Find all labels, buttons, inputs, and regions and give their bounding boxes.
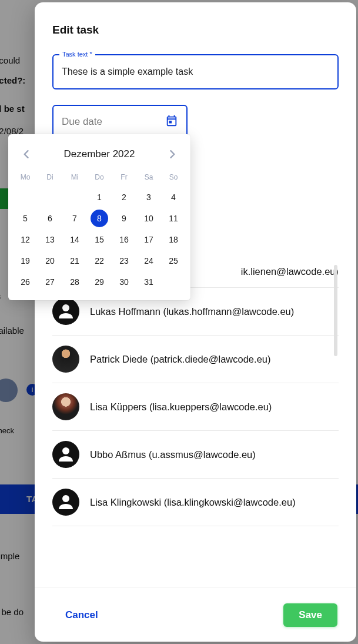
day-cell[interactable]: 17 [140,231,158,248]
day-cell[interactable]: 6 [41,210,59,227]
assignee-row[interactable]: Lisa Küppers (lisa.kueppers@lawcode.eu) [52,383,339,431]
day-empty [66,188,83,206]
due-date-placeholder: Due date [62,116,102,128]
task-text-input[interactable] [62,55,329,88]
day-empty [16,188,34,206]
modal-body: Task text * Due date ik.lienen@lawcode.e… [35,36,356,587]
modal-footer: Cancel Save [35,587,356,642]
day-cell[interactable]: 28 [66,273,83,291]
date-picker-grid: MoDiMiDoFrSaSo12345678910111213141516171… [13,170,186,291]
weekday-label: Fr [112,170,136,185]
next-month-button[interactable] [165,146,181,162]
avatar [52,346,79,373]
assignee-list: ik.lienen@lawcode.eu) Lukas Hoffmann (lu… [52,266,339,587]
avatar [52,393,79,420]
modal-title: Edit task [52,24,339,36]
day-cell[interactable]: 27 [41,273,59,291]
assignee-label: Lisa Küppers (lisa.kueppers@lawcode.eu) [90,401,272,413]
save-button[interactable]: Save [283,603,337,627]
day-cell[interactable]: 2 [115,188,133,206]
day-cell[interactable]: 26 [16,273,34,291]
day-cell[interactable]: 3 [140,188,158,206]
day-cell[interactable]: 21 [66,252,83,270]
task-text-label: Task text * [59,51,95,58]
day-cell[interactable]: 10 [140,210,158,227]
day-empty [41,188,59,206]
modal-header: Edit task [35,2,356,36]
assignee-label: Patrick Diede (patrick.diede@lawcode.eu) [90,354,270,365]
weekday-label: Do [87,170,112,185]
day-cell[interactable]: 20 [41,252,59,270]
day-cell[interactable]: 11 [165,210,182,227]
day-cell[interactable]: 15 [91,231,108,248]
day-cell[interactable]: 23 [115,252,133,270]
day-cell[interactable]: 22 [91,252,108,270]
day-cell[interactable]: 4 [165,188,182,206]
weekday-label: So [161,170,186,185]
day-cell[interactable]: 29 [91,273,108,291]
day-cell[interactable]: 18 [165,231,182,248]
weekday-label: Sa [136,170,161,185]
day-cell[interactable]: 14 [66,231,83,248]
assignee-row[interactable]: Patrick Diede (patrick.diede@lawcode.eu) [52,336,339,383]
day-cell[interactable]: 16 [115,231,133,248]
scrollbar[interactable] [334,265,337,356]
assignee-label: Lukas Hoffmann (lukas.hoffmann@lawcode.e… [90,306,294,317]
date-picker-month[interactable]: Dezember 2022 [64,148,135,160]
day-cell[interactable]: 31 [140,273,158,291]
assignee-label: Lisa Klingkowski (lisa.klingkowski@lawco… [90,497,296,508]
avatar [52,298,79,325]
weekday-label: Di [38,170,62,185]
avatar [52,441,79,468]
day-cell[interactable]: 19 [16,252,34,270]
date-picker: Dezember 2022 MoDiMiDoFrSaSo123456789101… [8,134,190,300]
day-cell[interactable]: 1 [91,188,108,206]
day-cell[interactable]: 25 [165,252,182,270]
day-cell[interactable]: 24 [140,252,158,270]
day-cell[interactable]: 9 [115,210,133,227]
day-cell[interactable]: 13 [41,231,59,248]
assignee-email-partial: ik.lienen@lawcode.eu) [241,266,339,277]
day-cell[interactable]: 12 [16,231,34,248]
svg-point-1 [62,447,69,454]
svg-point-0 [62,304,69,311]
day-cell[interactable]: 7 [66,210,83,227]
avatar [52,489,79,516]
assignee-label: Ubbo Aßmus (u.assmus@lawcode.eu) [90,449,256,460]
weekday-label: Mi [62,170,87,185]
calendar-icon[interactable] [165,114,178,130]
cancel-button[interactable]: Cancel [53,603,110,627]
day-cell[interactable]: 5 [16,210,34,227]
date-picker-header: Dezember 2022 [13,141,186,170]
weekday-label: Mo [13,170,38,185]
assignee-row[interactable]: Ubbo Aßmus (u.assmus@lawcode.eu) [52,431,339,479]
svg-point-2 [62,495,69,502]
day-cell[interactable]: 30 [115,273,133,291]
assignee-row[interactable]: Lisa Klingkowski (lisa.klingkowski@lawco… [52,479,339,526]
day-cell[interactable]: 8 [91,210,108,227]
prev-month-button[interactable] [18,146,34,162]
edit-task-modal: Edit task Task text * Due date ik.lienen… [35,2,356,642]
task-text-field[interactable]: Task text * [52,54,339,89]
